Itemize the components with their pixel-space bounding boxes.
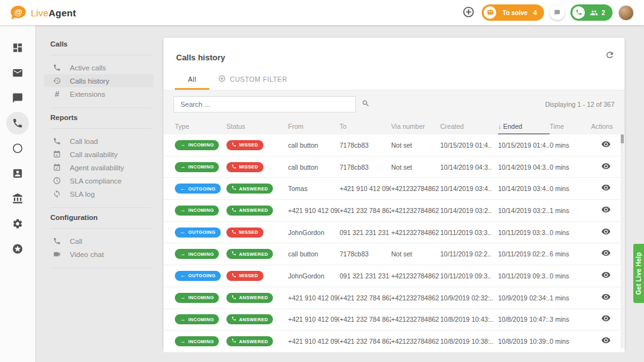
search-button[interactable] xyxy=(356,96,375,112)
view-call-button[interactable] xyxy=(601,140,611,151)
table-scrollbar[interactable] xyxy=(621,134,624,348)
phone-icon xyxy=(231,273,236,279)
sidebar-item-call-availability[interactable]: Call availability xyxy=(44,148,153,161)
to-solve-button[interactable]: To solve 4 xyxy=(482,4,544,21)
view-call-button[interactable] xyxy=(601,248,611,260)
column-header-actions[interactable]: Actions xyxy=(591,118,618,134)
via-number-cell: +421232784862 xyxy=(391,207,440,214)
arrow-right-icon: → xyxy=(180,207,186,213)
view-call-button[interactable] xyxy=(601,270,611,282)
sidebar: CallsActive callsCalls history#Extension… xyxy=(35,25,158,362)
to-cell: 091 321 231 231 xyxy=(340,272,391,280)
arrow-right-icon: → xyxy=(180,251,186,257)
time-cell: 0 mins xyxy=(550,229,591,236)
view-call-button[interactable] xyxy=(601,205,611,216)
phone-icon xyxy=(52,63,62,72)
liveagent-logo[interactable]: @ LiveAgent xyxy=(10,5,76,20)
column-header-type[interactable]: Type xyxy=(175,118,226,134)
sidebar-item-calls-history[interactable]: Calls history xyxy=(44,74,153,87)
call-status-badge: MISSED xyxy=(226,271,264,281)
time-cell: 6 mins xyxy=(550,250,591,258)
agents-online-button[interactable]: 2 xyxy=(570,4,613,21)
to-cell: 091 321 231 231 xyxy=(340,229,391,236)
refresh-button[interactable] xyxy=(605,50,614,62)
tab-all[interactable]: All xyxy=(175,70,209,90)
column-header-to[interactable]: To xyxy=(340,118,391,134)
rail-addons[interactable] xyxy=(5,236,30,261)
table-row[interactable]: →INCOMINGMISSEDcall button7178cb83Not se… xyxy=(164,134,625,156)
rail-settings[interactable] xyxy=(5,211,30,236)
table-row[interactable]: ←OUTGOINGMISSEDJohnGordon091 321 231 231… xyxy=(164,222,625,244)
view-call-button[interactable] xyxy=(601,227,611,238)
column-header-ended[interactable]: ↓Ended xyxy=(498,118,550,134)
sidebar-item-video-chat[interactable]: Video chat xyxy=(44,248,153,261)
rail-dashboard[interactable] xyxy=(5,35,30,60)
created-cell: 10/8/2019 10:43:.. xyxy=(440,315,498,323)
call-type-badge: →INCOMING xyxy=(175,314,219,324)
view-call-button[interactable] xyxy=(601,162,611,173)
column-header-status[interactable]: Status xyxy=(226,118,288,134)
from-cell: +421 910 412 090 xyxy=(288,315,340,323)
eye-icon xyxy=(601,140,611,151)
view-call-button[interactable] xyxy=(601,314,611,325)
user-avatar[interactable] xyxy=(618,5,634,21)
to-cell: +421 232 784 862 xyxy=(340,207,391,214)
to-cell: +421 232 784 862 xyxy=(340,315,391,323)
table-row[interactable]: →INCOMINGANSWEREDcall button7178cb83Not … xyxy=(164,243,625,265)
from-cell: JohnGordon xyxy=(288,229,340,236)
table-row[interactable]: →INCOMINGANSWERED+421 910 412 090+421 23… xyxy=(164,309,625,331)
via-number-cell: +421232784862 xyxy=(391,337,440,345)
table-row[interactable]: ←OUTGOINGMISSEDJohnGordon091 321 231 231… xyxy=(164,265,625,287)
hash-icon: # xyxy=(52,89,62,99)
column-header-time[interactable]: Time xyxy=(550,118,591,134)
created-cell: 10/14/2019 03:4.. xyxy=(440,185,498,192)
divider xyxy=(50,55,151,55)
column-header-created[interactable]: Created xyxy=(440,118,498,134)
time-cell: 0 mins xyxy=(550,163,591,171)
sidebar-item-call-load[interactable]: Call load xyxy=(44,134,153,148)
sidebar-item-sla-compliance[interactable]: SLA compliance xyxy=(44,174,153,187)
tab-custom-filter[interactable]: CUSTOM FILTER xyxy=(209,70,296,90)
rail-social[interactable] xyxy=(5,136,30,161)
column-header-via-number[interactable]: Via number xyxy=(391,118,440,134)
icon-rail xyxy=(0,25,35,362)
to-cell: +421 910 412 090 xyxy=(340,185,391,192)
rail-customers[interactable] xyxy=(5,161,30,186)
rail-calls[interactable] xyxy=(5,111,30,136)
column-header-from[interactable]: From xyxy=(288,118,340,134)
from-cell: JohnGordon xyxy=(288,272,340,280)
sidebar-item-extensions[interactable]: #Extensions xyxy=(44,87,153,101)
chat-button[interactable] xyxy=(550,5,565,20)
view-call-button[interactable] xyxy=(601,292,611,304)
table-row[interactable]: →INCOMINGANSWERED+421 910 412 090+421 23… xyxy=(164,287,625,309)
sidebar-item-agent-availability[interactable]: Agent availability xyxy=(44,161,153,174)
sidebar-item-active-calls[interactable]: Active calls xyxy=(44,61,153,74)
rail-knowledge[interactable] xyxy=(5,186,30,211)
svg-text:@: @ xyxy=(14,8,23,17)
scrollbar-thumb[interactable] xyxy=(621,134,624,143)
plus-circle-icon xyxy=(462,6,475,20)
table-row[interactable]: →INCOMINGMISSEDcall button7178cb83Not se… xyxy=(164,156,625,178)
phone-icon xyxy=(231,207,236,214)
table-row[interactable]: →INCOMINGANSWERED+421 910 412 090+421 23… xyxy=(164,331,625,353)
view-call-button[interactable] xyxy=(601,183,611,194)
time-cell: 3 mins xyxy=(550,315,591,323)
rail-chats[interactable] xyxy=(5,85,30,111)
phone-icon xyxy=(231,295,236,301)
call-status-badge: MISSED xyxy=(226,140,264,150)
time-cell: 0 mins xyxy=(550,185,591,192)
to-cell: 7178cb83 xyxy=(340,141,391,149)
view-call-button[interactable] xyxy=(601,336,611,347)
sidebar-item-sla-log[interactable]: SLA log xyxy=(44,187,153,200)
table-row[interactable]: →INCOMINGANSWERED+421 910 412 090+421 23… xyxy=(164,200,625,222)
page-title: Calls history xyxy=(176,53,225,62)
search-input[interactable] xyxy=(174,96,356,112)
dashboard-icon xyxy=(12,42,23,53)
call-type-badge: →INCOMING xyxy=(175,162,219,172)
rail-tickets[interactable] xyxy=(5,60,30,85)
get-live-help-button[interactable]: Get Live Help xyxy=(633,244,644,303)
agents-online-count: 2 xyxy=(601,9,605,16)
table-row[interactable]: ←OUTGOINGANSWEREDTomas+421 910 412 090+4… xyxy=(164,178,625,200)
sidebar-item-call[interactable]: Call xyxy=(44,234,153,248)
add-button[interactable] xyxy=(461,5,476,20)
